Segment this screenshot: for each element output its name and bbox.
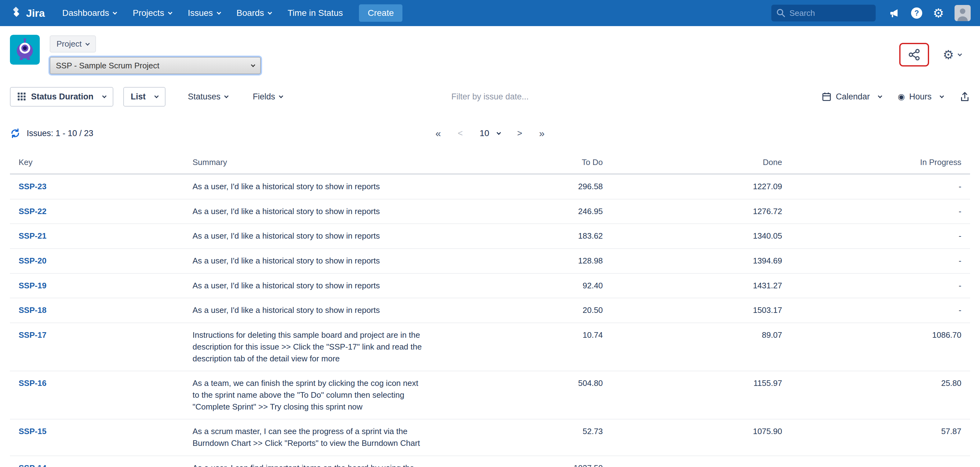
- column-header-in-progress[interactable]: In Progress: [791, 153, 970, 174]
- chevron-down-icon: [279, 94, 283, 98]
- fields-dropdown[interactable]: Fields: [253, 92, 283, 102]
- toolbar-left-group: Status Duration List Statuses Fields: [10, 87, 283, 107]
- in-progress-hours: -: [791, 298, 970, 323]
- done-hours: 1155.97: [611, 371, 791, 419]
- in-progress-hours: -: [791, 249, 970, 273]
- table-row: SSP-17Instructions for deleting this sam…: [10, 323, 970, 371]
- issue-summary: As a user, I can find important items on…: [184, 456, 432, 467]
- issue-key-link[interactable]: SSP-17: [19, 330, 46, 339]
- export-button[interactable]: [959, 91, 970, 102]
- issues-count-label: Issues: 1 - 10 / 23: [27, 129, 94, 138]
- in-progress-hours: -: [791, 199, 970, 224]
- issue-summary: As a user, I'd like a historical story t…: [184, 199, 432, 224]
- issue-key-link[interactable]: SSP-18: [19, 305, 46, 315]
- chevron-down-icon: [85, 41, 90, 45]
- statuses-label: Statuses: [188, 92, 221, 102]
- user-avatar[interactable]: [955, 5, 971, 21]
- in-progress-hours: 25.80: [791, 371, 970, 419]
- issue-key-cell: SSP-20: [10, 249, 184, 273]
- primary-nav: Dashboards Projects Issues Boards Time i…: [62, 8, 343, 18]
- view-label: List: [131, 92, 146, 102]
- column-header-key[interactable]: Key: [10, 153, 184, 174]
- chevron-down-icon: [878, 94, 882, 98]
- help-icon[interactable]: ?: [911, 8, 922, 19]
- todo-hours: 20.50: [432, 298, 611, 323]
- last-page-button[interactable]: »: [539, 128, 545, 139]
- refresh-button[interactable]: [10, 128, 21, 139]
- in-progress-hours: -: [791, 174, 970, 199]
- jira-logo[interactable]: Jira: [10, 6, 45, 21]
- pagination-controls: « < 10 > »: [435, 128, 544, 139]
- statuses-dropdown[interactable]: Statuses: [188, 92, 228, 102]
- report-type-label: Status Duration: [31, 92, 94, 102]
- issue-key-link[interactable]: SSP-15: [19, 427, 46, 436]
- table-row: SSP-19As a user, I'd like a historical s…: [10, 273, 970, 298]
- global-search[interactable]: [771, 5, 876, 21]
- nav-item-issues[interactable]: Issues: [188, 8, 221, 18]
- feedback-megaphone-icon[interactable]: [889, 7, 900, 19]
- date-filter-input[interactable]: [388, 92, 592, 102]
- chevron-down-icon: [102, 94, 107, 98]
- nav-item-time-in-status[interactable]: Time in Status: [288, 8, 343, 18]
- todo-hours: 128.98: [432, 249, 611, 273]
- column-header-summary[interactable]: Summary: [184, 153, 432, 174]
- project-type-dropdown[interactable]: Project: [50, 35, 96, 53]
- calendar-dropdown[interactable]: Calendar: [822, 92, 882, 102]
- nav-item-boards[interactable]: Boards: [237, 8, 272, 18]
- issue-key-link[interactable]: SSP-16: [19, 378, 46, 388]
- issue-key-cell: SSP-17: [10, 323, 184, 371]
- in-progress-hours: 1086.70: [791, 323, 970, 371]
- units-dropdown[interactable]: ◉ Hours: [898, 92, 943, 102]
- issue-key-link[interactable]: SSP-23: [19, 182, 46, 191]
- done-hours: 89.07: [611, 323, 791, 371]
- table-body: SSP-23As a user, I'd like a historical s…: [10, 174, 970, 467]
- issue-key-cell: SSP-19: [10, 273, 184, 298]
- issue-key-link[interactable]: SSP-22: [19, 207, 46, 216]
- share-button-highlight[interactable]: [899, 43, 929, 67]
- column-header-todo[interactable]: To Do: [432, 153, 611, 174]
- todo-hours: 1037.50: [432, 456, 611, 467]
- table-header-row: Key Summary To Do Done In Progress: [10, 153, 970, 174]
- nav-item-projects[interactable]: Projects: [133, 8, 172, 18]
- view-dropdown[interactable]: List: [123, 87, 165, 107]
- previous-page-button[interactable]: <: [458, 128, 463, 138]
- page-size-select[interactable]: 10: [479, 128, 500, 138]
- gear-icon: ⚙: [943, 48, 954, 62]
- project-select[interactable]: SSP - Sample Scrum Project: [50, 57, 261, 74]
- issue-key-link[interactable]: SSP-14: [19, 463, 46, 467]
- project-controls: Project SSP - Sample Scrum Project: [50, 35, 261, 74]
- first-page-button[interactable]: «: [435, 128, 441, 139]
- create-button[interactable]: Create: [359, 4, 402, 22]
- issue-summary: As a user, I'd like a historical story t…: [184, 249, 432, 273]
- column-header-done[interactable]: Done: [611, 153, 791, 174]
- nav-item-label: Boards: [237, 8, 264, 18]
- issues-table: Key Summary To Do Done In Progress SSP-2…: [10, 153, 970, 467]
- settings-gear-icon[interactable]: ⚙: [933, 7, 944, 19]
- search-icon: [776, 8, 786, 18]
- report-settings-gear[interactable]: ⚙: [943, 48, 961, 62]
- project-type-label: Project: [57, 39, 82, 49]
- nav-item-label: Time in Status: [288, 8, 343, 18]
- done-hours: 1227.09: [611, 174, 791, 199]
- page-size-value: 10: [479, 128, 489, 138]
- issue-key-link[interactable]: SSP-19: [19, 281, 46, 290]
- done-hours: 1276.72: [611, 199, 791, 224]
- chevron-down-icon: [217, 10, 221, 14]
- report-type-dropdown[interactable]: Status Duration: [10, 87, 113, 107]
- nav-item-dashboards[interactable]: Dashboards: [62, 8, 117, 18]
- page-header: Project SSP - Sample Scrum Project ⚙: [0, 26, 980, 74]
- share-icon: [907, 48, 921, 62]
- toolbar-right-group: Calendar ◉ Hours: [822, 91, 970, 102]
- search-input[interactable]: [771, 8, 876, 18]
- issue-key-link[interactable]: SSP-21: [19, 231, 46, 241]
- todo-hours: 183.62: [432, 224, 611, 249]
- done-hours: 1340.05: [611, 224, 791, 249]
- next-page-button[interactable]: >: [517, 128, 522, 138]
- issue-summary: Instructions for deleting this sample bo…: [184, 323, 432, 371]
- issue-key-cell: SSP-16: [10, 371, 184, 419]
- issue-key-link[interactable]: SSP-20: [19, 256, 46, 265]
- project-header-group: Project SSP - Sample Scrum Project: [10, 35, 261, 74]
- issue-key-cell: SSP-18: [10, 298, 184, 323]
- table-row: SSP-16As a team, we can finish the sprin…: [10, 371, 970, 419]
- chevron-down-icon: [168, 10, 172, 14]
